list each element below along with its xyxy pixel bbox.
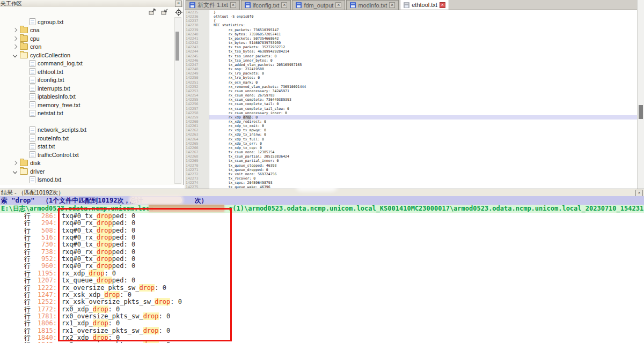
line-number: 142271 (185, 168, 209, 172)
tab-close-icon[interactable]: × (230, 2, 236, 8)
tree-item-memory_free-txt[interactable]: memory_free.txt (30, 101, 80, 109)
tree-item-network_scripts-txt[interactable]: network_scripts.txt (30, 126, 86, 134)
tree-item-cpu[interactable]: cpu (13, 34, 40, 42)
tree-scrollbar-thumb[interactable] (175, 32, 179, 61)
editor-line[interactable]: 142270 tx_queue_stopped: 46393 (185, 163, 638, 168)
line-text: rx_xdp_tx_err: 0 (209, 141, 638, 146)
tree-item-cron[interactable]: cron (13, 43, 41, 51)
tree-item-stat-txt[interactable]: stat.txt (30, 143, 55, 151)
editor-line[interactable]: 142238NIC statistics: (185, 23, 638, 27)
tab-close-icon[interactable]: × (389, 2, 395, 8)
editor-line[interactable]: 142249 rx_lro_packets: 0 (185, 71, 638, 76)
expand-all-icon[interactable] (149, 9, 156, 16)
tree-item-routeInfo-txt[interactable]: routeInfo.txt (30, 134, 69, 142)
chevron-right-icon[interactable] (13, 28, 17, 32)
editor-line[interactable]: 142237{ (185, 19, 638, 23)
editor-line[interactable]: 142267 tx_csum_none: 12385154 (185, 150, 638, 154)
tree-item-label: lsmod.txt (38, 176, 61, 183)
tree-item-iptablesInfo-txt[interactable]: iptablesInfo.txt (30, 93, 76, 101)
chevron-down-icon[interactable] (13, 169, 17, 173)
line-number: 142248 (185, 67, 209, 71)
tab-close-icon[interactable]: × (335, 2, 341, 8)
tree-item-label: cna (30, 27, 40, 33)
editor-line[interactable]: 142256 rx_csum_complete_tail: 0 (185, 102, 638, 106)
editor-content[interactable]: 142235}142236ethtool -S enp1s0f0142237{1… (185, 10, 638, 189)
line-number: 142244 (185, 49, 209, 54)
tree-item-netstat-txt[interactable]: netstat.txt (30, 109, 63, 117)
editor-line[interactable]: 142274 tx_cqes: 204596498793 (185, 181, 638, 185)
editor-line[interactable]: 142261 rx_xdp_tx_xmit: 0 (185, 124, 638, 128)
editor-scrollbar[interactable] (637, 0, 644, 189)
editor-line[interactable]: 142243 tx_tso_packets: 35272932712 (185, 45, 638, 49)
line-text: tx_tso_inner_bytes: 0 (209, 58, 638, 63)
collapse-all-icon[interactable] (161, 9, 169, 16)
editor-line[interactable]: 142269 tx_csum_partial_inner: 0 (185, 159, 638, 163)
line-text: rx_xdp_redirect: 0 (209, 120, 638, 124)
tree-item-cna[interactable]: cna (13, 26, 40, 34)
chevron-down-icon[interactable] (13, 53, 17, 57)
tab--1-txt[interactable]: 新文件 1.txt× (186, 0, 240, 10)
chevron-right-icon[interactable] (13, 44, 17, 49)
close-icon[interactable]: × (175, 1, 182, 7)
tree-item-driver[interactable]: driver (13, 167, 45, 175)
tab-ifconfig-txt[interactable]: ifconfig.txt× (241, 0, 291, 10)
editor-line[interactable]: 142242 tx_bytes: 514607839753959 (185, 41, 638, 45)
editor-line[interactable]: 142266 rx_xdp_tx_cqe: 0 (185, 146, 638, 150)
locate-file-icon[interactable] (175, 9, 182, 16)
editor-line[interactable]: 142257 rx_csum_complete_tail_slow: 0 (185, 107, 638, 111)
tree-scrollbar[interactable] (174, 17, 181, 184)
tab-modinfo-txt[interactable]: modinfo.txt× (346, 0, 399, 10)
tab-close-icon[interactable]: × (281, 2, 287, 8)
tab-fdm_output[interactable]: fdm_output× (292, 0, 345, 10)
editor-line[interactable]: 142264 rx_xdp_tx_full: 0 (185, 137, 638, 141)
editor-line[interactable]: 142265 rx_xdp_tx_err: 0 (185, 141, 638, 146)
editor-line[interactable]: 142275 tx_queue_wake: 46396 (185, 185, 638, 189)
tree-item-interrupts-txt[interactable]: interrupts.txt (30, 84, 70, 92)
editor-line[interactable]: 142241 tx_packets: 507354668642 (185, 36, 638, 41)
tree-item-ethtool-txt[interactable]: ethtool.txt (30, 68, 63, 76)
editor-line[interactable]: 142271 tx_queue_dropped: 0 (185, 168, 638, 172)
tree-item-label: trafficControl.txt (38, 152, 79, 158)
editor-line[interactable]: 142251 rx_ecn_mark: 0 (185, 80, 638, 85)
editor-line[interactable]: 142262 rx_xdp_tx_mpwqe: 0 (185, 128, 638, 132)
tree-item-cgroup-txt[interactable]: cgroup.txt (30, 18, 63, 26)
chevron-right-icon[interactable] (13, 36, 17, 40)
editor-line[interactable]: 142239 rx_packets: 736510395147 (185, 28, 638, 32)
editor-line[interactable]: 142259 rx_xdp_drop: 0 (185, 115, 638, 120)
tree-item-trafficControl-txt[interactable]: trafficControl.txt (30, 151, 79, 159)
editor-line[interactable]: 142263 rx_xdp_tx_inlnw: 0 (185, 132, 638, 137)
editor-line[interactable]: 142250 rx_lro_bytes: 0 (185, 76, 638, 80)
editor-line[interactable]: 142244 tx_tso_bytes: 463099429284214 (185, 49, 638, 54)
editor-line[interactable]: 142272 tx_xmit_more: 569724756 (185, 172, 638, 176)
line-text: tx_queue_wake: 46396 (209, 185, 638, 189)
editor-line[interactable]: 142255 rx_csum_complete: 736449389393 (185, 98, 638, 102)
tree-item-disk[interactable]: disk (13, 159, 41, 167)
editor-line[interactable]: 142273 tx_recover: 0 (185, 176, 638, 181)
editor-line[interactable]: 142235} (185, 10, 638, 14)
editor-line[interactable]: 142247 tx_added_vlan_packets: 2051659571… (185, 63, 638, 67)
editor-line[interactable]: 142245 tx_tso_inner_packets: 0 (185, 54, 638, 58)
line-number: 142258 (185, 111, 209, 115)
tree-item-cyclicCollection[interactable]: cyclicCollection (13, 51, 70, 59)
editor-line[interactable]: 142260 rx_xdp_redirect: 0 (185, 120, 638, 124)
editor-line[interactable]: 142253 rx_csum_unnecessary: 34245971 (185, 89, 638, 93)
editor-line[interactable]: 142268 tx_csum_partial: 205153836424 (185, 154, 638, 159)
editor-line[interactable]: 142258 rx_csum_unnecessary_inner: 0 (185, 111, 638, 115)
editor-line[interactable]: 142246 tx_tso_inner_bytes: 0 (185, 58, 638, 63)
tab-ethtool-txt[interactable]: ethtool.txt× (400, 0, 449, 10)
tree-item-command_log-txt[interactable]: command_log.txt (30, 59, 83, 68)
search-summary: 索 "drop" （1个文件中匹配到10192次，总计次） (0, 196, 644, 205)
editor-scrollbar-thumb[interactable] (639, 105, 643, 119)
tree-item-label: command_log.txt (38, 60, 83, 66)
tree-item-ifconfig-txt[interactable]: ifconfig.txt (30, 76, 64, 84)
editor-line[interactable]: 142248 tx_nop: 232419588 (185, 67, 638, 71)
editor-line[interactable]: 142236ethtool -S enp1s0f0 (185, 14, 638, 19)
line-text: rx_lro_bytes: 0 (209, 76, 638, 80)
editor-line[interactable]: 142254 rx_csum_none: 26759783 (185, 93, 638, 98)
editor-line[interactable]: 142252 rx_removed_vlan_packets: 73651009… (185, 85, 638, 89)
editor-line[interactable]: 142240 rx_bytes: 735960572057411 (185, 32, 638, 36)
tab-close-icon[interactable]: × (440, 2, 445, 8)
tree-item-lsmod-txt[interactable]: lsmod.txt (30, 176, 61, 183)
chevron-right-icon[interactable] (13, 161, 17, 165)
line-text: rx_removed_vlan_packets: 736510091444 (209, 85, 638, 89)
